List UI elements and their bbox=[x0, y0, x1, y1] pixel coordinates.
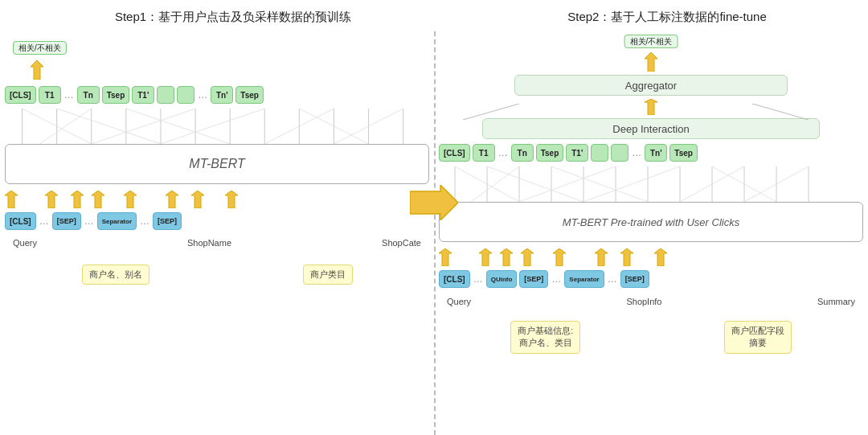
s1-out-cls: [CLS] bbox=[5, 86, 36, 104]
s1-in-sep3: [SEP] bbox=[153, 212, 182, 230]
s1-labelboxes: 商户名、别名 商户类目 bbox=[5, 265, 429, 285]
s1-arrow8 bbox=[225, 191, 238, 208]
main-area: 相关/不相关 [CLS] T1 … Tn Tsep T1' … Tn' bbox=[0, 31, 868, 435]
big-step-arrow bbox=[410, 185, 458, 220]
s2-aggregator-box: Aggregator bbox=[514, 75, 788, 96]
s2-bert-label: MT-BERT Pre-trained with User Clicks bbox=[563, 216, 739, 228]
s2-out-tsep2: Tsep bbox=[669, 144, 698, 162]
s1-result-badge: 相关/不相关 bbox=[13, 41, 67, 55]
s2-output-tokens: [CLS] T1 … Tn Tsep T1' … Tn' Tsep bbox=[439, 144, 863, 162]
s1-arrow3 bbox=[71, 191, 84, 208]
s2-deep-interaction-box: Deep Interaction bbox=[482, 118, 820, 139]
s2-deep-interaction-label: Deep Interaction bbox=[612, 123, 689, 135]
svg-line-50 bbox=[551, 166, 648, 202]
s1-in-sep2: Separator bbox=[97, 212, 137, 230]
s2-in-quinfo: QUinfo bbox=[486, 270, 518, 288]
svg-line-34 bbox=[752, 104, 809, 120]
s2-in-sep1: [SEP] bbox=[519, 270, 548, 288]
s1-bert-label: MT-BERT bbox=[189, 157, 244, 171]
s1-sublabel-shopname: ShopName bbox=[187, 238, 231, 248]
step1-header: Step1：基于用户点击及负采样数据的预训练 bbox=[0, 10, 434, 25]
svg-marker-58 bbox=[500, 248, 513, 266]
svg-marker-28 bbox=[166, 191, 178, 208]
s1-bert-box: MT-BERT bbox=[5, 144, 429, 184]
s2-out-tn: Tn bbox=[511, 144, 534, 162]
s1-labelbox-shopcate: 商户类目 bbox=[303, 265, 353, 285]
s1-out-g1 bbox=[157, 86, 174, 104]
s1-input-tokens: [CLS] … [SEP] … Separator … [SEP] bbox=[5, 212, 429, 230]
s2-labelbox-summary: 商户匹配字段 摘要 bbox=[724, 321, 792, 354]
s2-out-tsep: Tsep bbox=[536, 144, 564, 162]
s2-arrow1 bbox=[439, 248, 452, 266]
svg-marker-24 bbox=[45, 191, 58, 208]
s2-top-arrow bbox=[645, 52, 657, 75]
svg-marker-0 bbox=[410, 185, 458, 220]
s2-in-sep2: Separator bbox=[564, 270, 604, 288]
s1-sublabels: Query ShopName ShopCate bbox=[5, 238, 429, 248]
s2-sublabel-shopinfo: ShopInfo bbox=[626, 297, 661, 306]
svg-line-33 bbox=[463, 104, 519, 120]
s2-sublabels: Query ShopInfo Summary bbox=[439, 297, 863, 306]
s1-in-cls: [CLS] bbox=[5, 212, 36, 230]
step1-panel: 相关/不相关 [CLS] T1 … Tn Tsep T1' … Tn' bbox=[0, 31, 434, 435]
s1-arrow5 bbox=[124, 191, 137, 208]
s2-labelbox-shopinfo: 商户基础信息: 商户名、类目 bbox=[510, 321, 580, 354]
svg-marker-31 bbox=[645, 52, 657, 72]
svg-line-15 bbox=[57, 109, 161, 144]
svg-line-16 bbox=[39, 109, 92, 144]
s2-sublabel-query: Query bbox=[447, 297, 471, 306]
diagram-container: Step1：基于用户点击及负采样数据的预训练 Step2：基于人工标注数据的fi… bbox=[0, 0, 868, 435]
svg-line-51 bbox=[519, 166, 616, 202]
s1-arrow4 bbox=[92, 191, 104, 208]
s1-out-g2 bbox=[177, 86, 194, 104]
s1-input-arrows bbox=[5, 191, 429, 208]
s1-labelbox-shopname: 商户名、别名 bbox=[82, 265, 149, 285]
s1-arrow7 bbox=[191, 191, 204, 208]
step2-panel: 相关/不相关 Aggregator Deep Interaction bbox=[434, 31, 868, 435]
s1-arrow1 bbox=[5, 191, 18, 208]
step2-header-text: Step2：基于人工标注数据的fine-tune bbox=[567, 10, 767, 23]
svg-line-17 bbox=[126, 109, 230, 144]
s1-arrow2 bbox=[45, 191, 58, 208]
s1-arrow6 bbox=[166, 191, 178, 208]
s2-out-g1 bbox=[591, 144, 608, 162]
svg-marker-27 bbox=[124, 191, 137, 208]
svg-marker-23 bbox=[5, 191, 18, 208]
s1-out-t1p: T1' bbox=[132, 86, 154, 104]
s1-out-tsep2: Tsep bbox=[235, 86, 264, 104]
svg-line-52 bbox=[583, 166, 680, 202]
s2-result-badge: 相关/不相关 bbox=[624, 35, 678, 48]
svg-line-18 bbox=[92, 109, 195, 144]
svg-marker-61 bbox=[595, 248, 608, 266]
s2-sublabel-summary: Summary bbox=[817, 297, 855, 306]
step-headers: Step1：基于用户点击及负采样数据的预训练 Step2：基于人工标注数据的fi… bbox=[0, 0, 868, 31]
s2-arrow2 bbox=[479, 248, 492, 266]
s2-arrow7 bbox=[620, 248, 633, 266]
s2-arrow3 bbox=[500, 248, 513, 266]
s1-result-label: 相关/不相关 bbox=[13, 39, 67, 54]
s2-bert-mesh bbox=[439, 166, 833, 202]
step-divider bbox=[434, 31, 436, 435]
s1-out-tnp: Tn' bbox=[211, 86, 233, 104]
s2-labelboxes: 商户基础信息: 商户名、类目 商户匹配字段 摘要 bbox=[439, 321, 863, 354]
svg-marker-56 bbox=[439, 248, 452, 266]
s2-out-t1p: T1' bbox=[566, 144, 588, 162]
step2-header: Step2：基于人工标注数据的fine-tune bbox=[434, 10, 868, 25]
s1-sublabel-shopcate: ShopCate bbox=[382, 238, 421, 248]
step1-header-text: Step1：基于用户点击及负采样数据的预训练 bbox=[115, 10, 351, 23]
s2-arrow5 bbox=[553, 248, 566, 266]
s1-in-sep1: [SEP] bbox=[52, 212, 81, 230]
s2-aggregator-label: Aggregator bbox=[625, 80, 677, 92]
s2-out-t1: T1 bbox=[473, 144, 495, 162]
svg-marker-29 bbox=[191, 191, 204, 208]
s1-out-t1: T1 bbox=[39, 86, 61, 104]
s2-input-tokens: [CLS] … QUinfo [SEP] … Separator … [SEP] bbox=[439, 270, 863, 288]
s1-sublabel-query: Query bbox=[13, 238, 37, 248]
s2-arrow8 bbox=[654, 248, 667, 266]
s2-out-cls: [CLS] bbox=[439, 144, 470, 162]
svg-line-48 bbox=[487, 166, 583, 202]
svg-marker-63 bbox=[654, 248, 667, 266]
s2-result-label: 相关/不相关 bbox=[624, 33, 678, 47]
s1-out-tn: Tn bbox=[77, 86, 100, 104]
s2-bert-box: MT-BERT Pre-trained with User Clicks bbox=[439, 202, 863, 242]
